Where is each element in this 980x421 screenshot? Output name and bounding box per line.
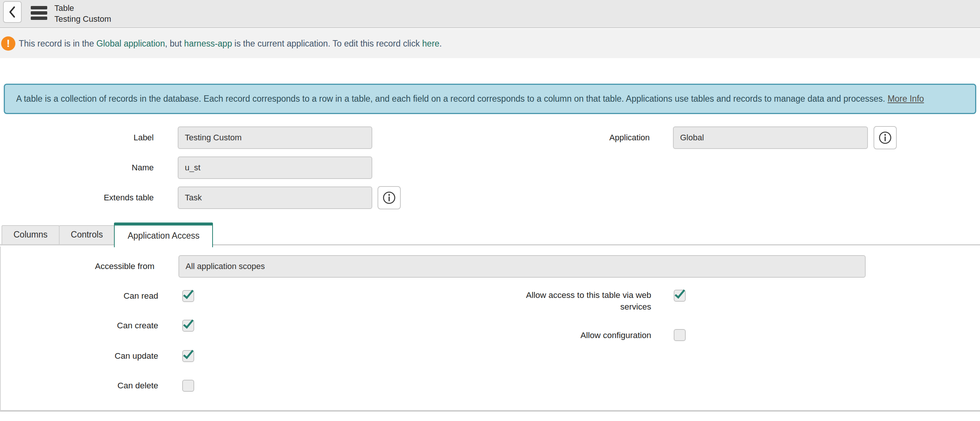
tab-application-access[interactable]: Application Access xyxy=(114,223,213,247)
current-application-link[interactable]: harness-app xyxy=(184,39,232,48)
allow-configuration-label: Allow configuration xyxy=(507,329,651,341)
warning-icon: ! xyxy=(1,37,15,51)
record-type-title: Table xyxy=(54,3,111,13)
allow-configuration-checkbox[interactable] xyxy=(674,329,686,341)
extends-table-label: Extends table xyxy=(0,187,154,209)
label-field-label: Label xyxy=(0,126,154,149)
can-create-checkbox[interactable] xyxy=(182,320,194,332)
can-update-checkbox[interactable] xyxy=(182,350,194,362)
can-delete-label: Can delete xyxy=(1,380,158,392)
back-button[interactable] xyxy=(3,1,22,23)
record-tabs: Columns Controls Application Access xyxy=(0,224,980,246)
info-icon xyxy=(878,131,892,145)
tab-controls[interactable]: Controls xyxy=(59,225,115,244)
check-icon xyxy=(183,288,194,299)
more-info-link[interactable]: More Info xyxy=(888,94,924,104)
form-header: Table Testing Custom xyxy=(0,0,980,28)
accessible-from-label: Accessible from xyxy=(1,255,154,277)
can-read-label: Can read xyxy=(1,290,158,302)
can-create-label: Can create xyxy=(1,320,158,332)
page-title: Table Testing Custom xyxy=(54,3,111,24)
application-access-panel: Accessible from All application scopes C… xyxy=(0,247,980,411)
hamburger-menu-icon[interactable] xyxy=(31,6,47,22)
label-field-input[interactable]: Testing Custom xyxy=(178,126,372,149)
table-record-page: Table Testing Custom xyxy=(0,0,980,421)
check-icon xyxy=(675,287,685,299)
name-field-label: Name xyxy=(0,156,154,179)
web-services-checkbox[interactable] xyxy=(674,290,686,302)
extends-table-info-button[interactable] xyxy=(377,186,401,209)
record-name-title: Testing Custom xyxy=(54,13,111,24)
name-field-input[interactable]: u_st xyxy=(178,156,372,179)
global-application-link[interactable]: Global application xyxy=(96,39,165,48)
check-icon xyxy=(183,348,194,359)
can-update-label: Can update xyxy=(1,350,158,362)
can-read-checkbox[interactable] xyxy=(182,290,194,302)
accessible-from-select[interactable]: All application scopes xyxy=(178,255,865,277)
application-info-button[interactable] xyxy=(873,126,897,149)
chevron-left-icon xyxy=(8,6,16,18)
extends-table-input[interactable]: Task xyxy=(178,187,372,209)
tab-columns[interactable]: Columns xyxy=(2,225,60,244)
banner-text: A table is a collection of records in th… xyxy=(16,94,888,104)
web-services-label: Allow access to this table via web servi… xyxy=(507,289,651,313)
warning-text: This record is in the Global application… xyxy=(19,29,442,58)
info-icon xyxy=(382,191,396,205)
check-icon xyxy=(183,317,194,329)
scope-warning-message: ! This record is in the Global applicati… xyxy=(0,29,980,58)
table-info-banner: A table is a collection of records in th… xyxy=(4,84,976,114)
can-delete-checkbox[interactable] xyxy=(182,380,194,392)
application-field-input[interactable]: Global xyxy=(673,126,868,149)
application-field-label: Application xyxy=(496,126,650,149)
edit-here-link[interactable]: here xyxy=(422,39,439,48)
